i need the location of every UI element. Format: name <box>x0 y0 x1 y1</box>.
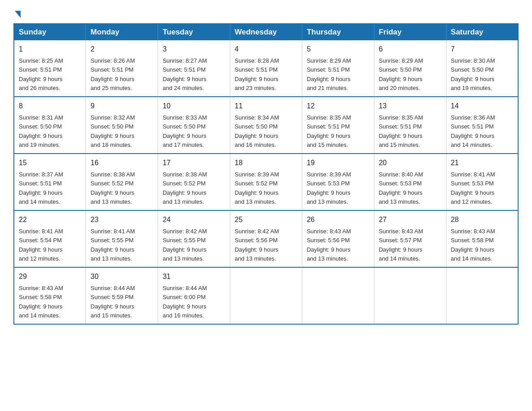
day-number: 30 <box>90 271 153 282</box>
calendar-week-row: 15 Sunrise: 8:37 AMSunset: 5:51 PMDaylig… <box>14 154 518 210</box>
day-info: Sunrise: 8:29 AMSunset: 5:50 PMDaylight:… <box>379 57 423 91</box>
calendar-cell: 31 Sunrise: 8:44 AMSunset: 6:00 PMDaylig… <box>158 267 230 324</box>
calendar-cell: 16 Sunrise: 8:38 AMSunset: 5:52 PMDaylig… <box>86 154 158 210</box>
day-number: 25 <box>235 214 297 225</box>
logo <box>13 9 21 18</box>
calendar-cell: 23 Sunrise: 8:41 AMSunset: 5:55 PMDaylig… <box>86 210 158 267</box>
day-number: 27 <box>379 214 442 225</box>
day-info: Sunrise: 8:38 AMSunset: 5:52 PMDaylight:… <box>90 171 135 205</box>
logo-triangle-icon <box>15 11 21 18</box>
day-info: Sunrise: 8:41 AMSunset: 5:53 PMDaylight:… <box>451 171 495 205</box>
calendar-cell: 2 Sunrise: 8:26 AMSunset: 5:51 PMDayligh… <box>86 40 158 97</box>
weekday-header-sunday: Sunday <box>14 24 86 40</box>
day-info: Sunrise: 8:43 AMSunset: 5:56 PMDaylight:… <box>307 228 351 262</box>
day-number: 3 <box>163 44 225 55</box>
calendar-cell: 14 Sunrise: 8:36 AMSunset: 5:51 PMDaylig… <box>446 97 518 154</box>
calendar-cell: 20 Sunrise: 8:40 AMSunset: 5:53 PMDaylig… <box>374 154 446 210</box>
day-number: 16 <box>90 158 153 168</box>
day-info: Sunrise: 8:36 AMSunset: 5:51 PMDaylight:… <box>451 114 495 148</box>
calendar-cell: 24 Sunrise: 8:42 AMSunset: 5:55 PMDaylig… <box>158 210 230 267</box>
calendar-cell: 17 Sunrise: 8:38 AMSunset: 5:52 PMDaylig… <box>158 154 230 210</box>
calendar-cell: 5 Sunrise: 8:29 AMSunset: 5:51 PMDayligh… <box>302 40 374 97</box>
calendar-week-row: 1 Sunrise: 8:25 AMSunset: 5:51 PMDayligh… <box>14 40 518 97</box>
day-info: Sunrise: 8:39 AMSunset: 5:52 PMDaylight:… <box>235 171 279 205</box>
day-number: 19 <box>307 158 369 168</box>
day-number: 21 <box>451 158 513 168</box>
day-info: Sunrise: 8:25 AMSunset: 5:51 PMDaylight:… <box>19 57 63 91</box>
day-info: Sunrise: 8:41 AMSunset: 5:54 PMDaylight:… <box>19 228 63 262</box>
day-info: Sunrise: 8:42 AMSunset: 5:55 PMDaylight:… <box>163 228 207 262</box>
weekday-header-tuesday: Tuesday <box>158 24 230 40</box>
day-number: 5 <box>307 44 369 55</box>
calendar-cell: 15 Sunrise: 8:37 AMSunset: 5:51 PMDaylig… <box>14 154 86 210</box>
day-number: 9 <box>90 101 153 111</box>
day-number: 7 <box>451 44 513 55</box>
day-number: 20 <box>379 158 442 168</box>
day-number: 13 <box>379 101 442 111</box>
calendar-cell: 27 Sunrise: 8:43 AMSunset: 5:57 PMDaylig… <box>374 210 446 267</box>
calendar-cell: 3 Sunrise: 8:27 AMSunset: 5:51 PMDayligh… <box>158 40 230 97</box>
day-info: Sunrise: 8:35 AMSunset: 5:51 PMDaylight:… <box>307 114 351 148</box>
day-info: Sunrise: 8:43 AMSunset: 5:58 PMDaylight:… <box>19 285 63 319</box>
day-info: Sunrise: 8:28 AMSunset: 5:51 PMDaylight:… <box>235 57 279 91</box>
page-header <box>13 9 519 18</box>
day-number: 17 <box>163 158 225 168</box>
calendar-cell: 7 Sunrise: 8:30 AMSunset: 5:50 PMDayligh… <box>446 40 518 97</box>
day-number: 26 <box>307 214 369 225</box>
day-number: 29 <box>19 271 81 282</box>
day-number: 4 <box>235 44 297 55</box>
calendar-cell <box>446 267 518 324</box>
calendar-cell <box>302 267 374 324</box>
day-info: Sunrise: 8:43 AMSunset: 5:58 PMDaylight:… <box>451 228 495 262</box>
calendar-cell <box>230 267 302 324</box>
calendar-week-row: 22 Sunrise: 8:41 AMSunset: 5:54 PMDaylig… <box>14 210 518 267</box>
day-number: 6 <box>379 44 442 55</box>
day-info: Sunrise: 8:26 AMSunset: 5:51 PMDaylight:… <box>90 57 135 91</box>
day-info: Sunrise: 8:30 AMSunset: 5:50 PMDaylight:… <box>451 57 495 91</box>
day-number: 14 <box>451 101 513 111</box>
day-number: 12 <box>307 101 369 111</box>
day-number: 28 <box>451 214 513 225</box>
calendar-cell: 21 Sunrise: 8:41 AMSunset: 5:53 PMDaylig… <box>446 154 518 210</box>
day-number: 22 <box>19 214 81 225</box>
calendar-cell: 10 Sunrise: 8:33 AMSunset: 5:50 PMDaylig… <box>158 97 230 154</box>
calendar-cell: 13 Sunrise: 8:35 AMSunset: 5:51 PMDaylig… <box>374 97 446 154</box>
weekday-header-monday: Monday <box>86 24 158 40</box>
day-info: Sunrise: 8:40 AMSunset: 5:53 PMDaylight:… <box>379 171 423 205</box>
day-number: 15 <box>19 158 81 168</box>
calendar-cell: 1 Sunrise: 8:25 AMSunset: 5:51 PMDayligh… <box>14 40 86 97</box>
calendar-cell <box>374 267 446 324</box>
day-info: Sunrise: 8:27 AMSunset: 5:51 PMDaylight:… <box>163 57 207 91</box>
day-info: Sunrise: 8:31 AMSunset: 5:50 PMDaylight:… <box>19 114 63 148</box>
day-info: Sunrise: 8:42 AMSunset: 5:56 PMDaylight:… <box>235 228 279 262</box>
weekday-header-saturday: Saturday <box>446 24 518 40</box>
calendar-table: SundayMondayTuesdayWednesdayThursdayFrid… <box>13 23 519 325</box>
day-number: 31 <box>163 271 225 282</box>
day-info: Sunrise: 8:33 AMSunset: 5:50 PMDaylight:… <box>163 114 207 148</box>
calendar-week-row: 8 Sunrise: 8:31 AMSunset: 5:50 PMDayligh… <box>14 97 518 154</box>
calendar-cell: 30 Sunrise: 8:44 AMSunset: 5:59 PMDaylig… <box>86 267 158 324</box>
day-number: 18 <box>235 158 297 168</box>
day-number: 10 <box>163 101 225 111</box>
calendar-cell: 28 Sunrise: 8:43 AMSunset: 5:58 PMDaylig… <box>446 210 518 267</box>
day-number: 23 <box>90 214 153 225</box>
day-info: Sunrise: 8:43 AMSunset: 5:57 PMDaylight:… <box>379 228 423 262</box>
day-info: Sunrise: 8:39 AMSunset: 5:53 PMDaylight:… <box>307 171 351 205</box>
calendar-cell: 6 Sunrise: 8:29 AMSunset: 5:50 PMDayligh… <box>374 40 446 97</box>
day-number: 2 <box>90 44 153 55</box>
day-number: 8 <box>19 101 81 111</box>
calendar-cell: 29 Sunrise: 8:43 AMSunset: 5:58 PMDaylig… <box>14 267 86 324</box>
day-number: 1 <box>19 44 81 55</box>
day-info: Sunrise: 8:29 AMSunset: 5:51 PMDaylight:… <box>307 57 351 91</box>
calendar-cell: 18 Sunrise: 8:39 AMSunset: 5:52 PMDaylig… <box>230 154 302 210</box>
day-info: Sunrise: 8:34 AMSunset: 5:50 PMDaylight:… <box>235 114 279 148</box>
calendar-cell: 11 Sunrise: 8:34 AMSunset: 5:50 PMDaylig… <box>230 97 302 154</box>
calendar-cell: 9 Sunrise: 8:32 AMSunset: 5:50 PMDayligh… <box>86 97 158 154</box>
calendar-cell: 12 Sunrise: 8:35 AMSunset: 5:51 PMDaylig… <box>302 97 374 154</box>
weekday-header-friday: Friday <box>374 24 446 40</box>
day-info: Sunrise: 8:44 AMSunset: 6:00 PMDaylight:… <box>163 285 207 319</box>
calendar-week-row: 29 Sunrise: 8:43 AMSunset: 5:58 PMDaylig… <box>14 267 518 324</box>
weekday-header-wednesday: Wednesday <box>230 24 302 40</box>
calendar-cell: 19 Sunrise: 8:39 AMSunset: 5:53 PMDaylig… <box>302 154 374 210</box>
day-number: 24 <box>163 214 225 225</box>
